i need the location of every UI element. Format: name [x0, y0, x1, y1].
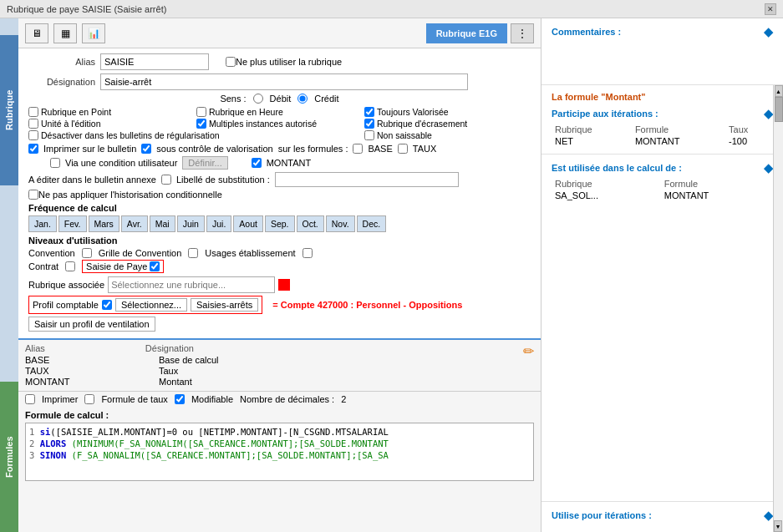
desig-col-header: Désignation — [145, 343, 194, 353]
toujours-valorisee-check[interactable] — [364, 107, 374, 117]
imprimer-label: Imprimer sur le bulletin — [43, 144, 136, 154]
tab-rubrique[interactable]: Rubrique — [0, 35, 18, 185]
month-jui[interactable]: Jui. — [206, 215, 231, 232]
desig-cell-0: Base de calcul — [159, 355, 284, 365]
grille-convention-check[interactable] — [188, 248, 198, 258]
contrat-check[interactable] — [65, 261, 75, 271]
saisies-arrets-button[interactable]: Saisies-arrêts — [191, 298, 258, 312]
month-avr[interactable]: Avr. — [121, 215, 148, 232]
profil-comptable-check[interactable] — [102, 300, 112, 310]
alias-cell-0: BASE — [25, 355, 92, 365]
saisie-de-paye-check[interactable] — [150, 261, 160, 271]
month-mars[interactable]: Mars — [89, 215, 119, 232]
month-oct[interactable]: Oct. — [297, 215, 324, 232]
designation-label: Désignation — [28, 77, 95, 87]
taux-check[interactable] — [398, 144, 408, 154]
month-fev[interactable]: Fev. — [58, 215, 87, 232]
via-condition-label: Via une condition utilisateur — [65, 158, 177, 168]
libelle-subst-label: Libellé de substitution : — [176, 175, 270, 185]
multiples-instances-label: Multiples instances autorisé — [209, 119, 317, 129]
toolbar-left: 🖥 ▦ 📊 — [25, 23, 105, 43]
iterations-arrow[interactable]: ◆ — [764, 107, 773, 120]
credit-radio[interactable] — [297, 94, 308, 104]
editer-annexe-check[interactable] — [161, 175, 171, 185]
alias-cell-1: TAUX — [25, 366, 92, 376]
month-juin[interactable]: Juin — [177, 215, 205, 232]
table-row: SA_SOL... MONTANT — [552, 190, 773, 201]
imprimer-check[interactable] — [28, 144, 38, 154]
util-formule-header: Formule — [661, 178, 773, 190]
month-nov[interactable]: Nov. — [326, 215, 355, 232]
base-check[interactable] — [353, 144, 363, 154]
iter-taux-cell: -100 — [725, 135, 773, 147]
modifiable-check[interactable] — [175, 394, 185, 404]
right-scrollbar[interactable]: ▲ ▼ — [773, 85, 783, 532]
rubrique-point-check[interactable] — [28, 107, 38, 117]
sous-controle-check[interactable] — [141, 144, 151, 154]
via-condition-check[interactable] — [50, 158, 60, 168]
utilise-arrow[interactable]: ◆ — [764, 509, 773, 522]
monitor-btn[interactable]: 🖥 — [25, 23, 48, 43]
desactiver-opt: Désactiver dans les bulletins de régular… — [28, 130, 363, 140]
imprimer-calc-check[interactable] — [25, 394, 35, 404]
niveaux-title: Niveaux d'utilisation — [28, 236, 531, 246]
rubrique-point-opt: Rubrique en Point — [28, 107, 195, 117]
niveaux-section: Niveaux d'utilisation Convention Grille … — [28, 236, 531, 273]
rubrique-select-input[interactable] — [108, 276, 275, 293]
alias-label: Alias — [28, 57, 95, 67]
util-rubrique-header: Rubrique — [552, 178, 661, 190]
grille-convention-label: Grille de Convention — [99, 248, 182, 258]
month-aout[interactable]: Aout — [233, 215, 263, 232]
export-icon: 📊 — [88, 28, 100, 39]
nb-decimales-value: 2 — [341, 394, 346, 404]
ne-pas-appliquer-label: Ne pas appliquer l'historisation conditi… — [38, 190, 222, 200]
center-panel: 🖥 ▦ 📊 Rubrique E1G ⋮ Alias SAISIE — [18, 18, 541, 532]
red-square-indicator — [278, 279, 290, 291]
selectionner-button[interactable]: Sélectionnez... — [115, 298, 187, 312]
designation-input[interactable]: Saisie-arrêt — [100, 73, 468, 90]
extra-btn[interactable]: ⋮ — [511, 23, 534, 43]
table-row: TAUX Taux — [25, 366, 523, 376]
iter-formule-header: Formule — [632, 124, 725, 135]
unite-edition-opt: Unité à l'édition — [28, 119, 195, 129]
tab-formules[interactable]: Formules — [0, 382, 18, 532]
month-dec[interactable]: Dec. — [357, 215, 387, 232]
ne-pas-appliquer-check[interactable] — [28, 190, 38, 200]
rubrique-heure-check[interactable] — [196, 107, 206, 117]
est-utilisee-title: Est utilisée dans le calcul de : ◆ — [552, 161, 773, 175]
table-row: BASE Base de calcul — [25, 355, 523, 365]
definir-button[interactable]: Définir... — [182, 156, 227, 170]
month-jan[interactable]: Jan. — [28, 215, 57, 232]
non-saissable-check[interactable] — [364, 130, 374, 140]
usages-check[interactable] — [303, 248, 313, 258]
rubrique-ecrasement-check[interactable] — [364, 119, 374, 129]
formule-taux-label: Formule de taux — [101, 394, 167, 404]
ne-plus-checkbox[interactable] — [226, 57, 236, 67]
profil-section: Profil comptable Sélectionnez... Saisies… — [28, 296, 531, 332]
table-btn[interactable]: ▦ — [53, 23, 77, 43]
month-mai[interactable]: Mai — [150, 215, 175, 232]
month-sep[interactable]: Sep. — [265, 215, 295, 232]
imprimer-calc-label: Imprimer — [42, 394, 78, 404]
close-btn[interactable]: ✕ — [765, 3, 776, 15]
multiples-instances-check[interactable] — [196, 119, 206, 129]
formule-montant-section: La formule "Montant" Participe aux itéra… — [541, 85, 783, 155]
montant-check[interactable] — [252, 158, 262, 168]
convention-check[interactable] — [82, 248, 92, 258]
rubrique-eig-button[interactable]: Rubrique E1G — [426, 23, 507, 43]
monitor-icon: 🖥 — [32, 28, 42, 39]
saisir-profil-button[interactable]: Saisir un profil de ventilation — [28, 317, 155, 332]
multiples-instances-opt: Multiples instances autorisé — [196, 119, 363, 129]
est-utilisee-section: Est utilisée dans le calcul de : ◆ Rubri… — [541, 155, 783, 502]
alias-col-header: Alias — [25, 343, 45, 353]
unite-edition-check[interactable] — [28, 119, 38, 129]
formule-taux-check[interactable] — [84, 394, 94, 404]
desactiver-check[interactable] — [28, 130, 38, 140]
alias-input[interactable]: SAISIE — [100, 53, 209, 70]
export-btn[interactable]: 📊 — [82, 23, 105, 43]
libelle-input[interactable] — [275, 172, 459, 187]
util-rubrique-cell: SA_SOL... — [552, 190, 661, 201]
commentaires-arrow[interactable]: ◆ — [764, 25, 773, 38]
est-utilisee-arrow[interactable]: ◆ — [764, 161, 773, 175]
debit-radio[interactable] — [253, 94, 263, 104]
